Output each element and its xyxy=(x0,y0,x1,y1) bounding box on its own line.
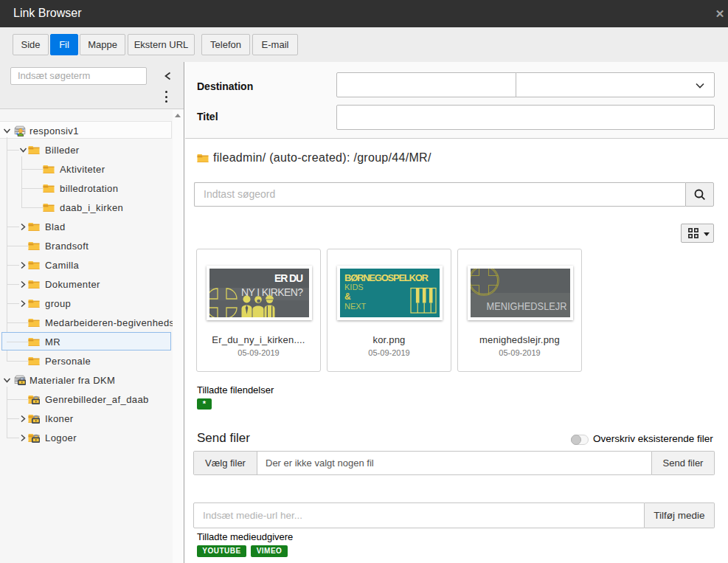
svg-text:MENIGHEDSLEJR: MENIGHEDSLEJR xyxy=(487,300,567,312)
svg-text:KIDS: KIDS xyxy=(344,283,364,291)
svg-text:NEXT: NEXT xyxy=(344,302,367,311)
svg-text:&: & xyxy=(344,291,351,302)
svg-text:BØRNEGOSPELKOR: BØRNEGOSPELKOR xyxy=(344,272,429,283)
svg-text:ER DU: ER DU xyxy=(274,272,303,284)
svg-text:NY I KIRKEN?: NY I KIRKEN? xyxy=(241,286,303,298)
